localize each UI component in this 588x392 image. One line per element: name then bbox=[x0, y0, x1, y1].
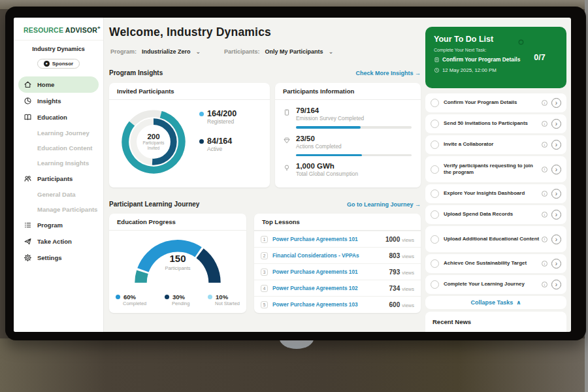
lesson-views: 734 bbox=[389, 285, 400, 292]
legend-value: 10% bbox=[216, 293, 228, 301]
task-row[interactable]: Complete Your Learning Journey i › bbox=[425, 275, 566, 294]
collapse-tasks-link[interactable]: Collapse Tasks ∧ bbox=[425, 296, 566, 309]
task-row[interactable]: Explore Your Insights Dashboard i › bbox=[425, 184, 566, 203]
sidebar-item-label: Learning Insights bbox=[37, 159, 89, 167]
sidebar-item-general-data[interactable]: General Data bbox=[14, 187, 103, 202]
task-info-icon[interactable]: i bbox=[542, 142, 547, 148]
task-chevron-button[interactable]: › bbox=[551, 98, 561, 108]
sidebar-item-participants[interactable]: Participants bbox=[14, 171, 103, 187]
gauge-center-label: Participants bbox=[127, 265, 228, 271]
bulb-icon bbox=[283, 164, 291, 172]
sidebar-item-settings[interactable]: Settings bbox=[14, 250, 103, 266]
task-checkbox[interactable] bbox=[431, 165, 439, 174]
go-to-learning-journey-link[interactable]: Go to Learning Journey → bbox=[347, 201, 421, 208]
card-title: Top Lessons bbox=[254, 214, 421, 231]
legend-value: 84/164 bbox=[207, 137, 232, 146]
chevron-down-icon[interactable]: ⌄ bbox=[329, 48, 334, 55]
task-checkbox[interactable] bbox=[431, 259, 439, 268]
invited-participants-card: Invited Participants 200 Participants In… bbox=[109, 83, 270, 188]
task-checkbox[interactable] bbox=[431, 235, 439, 244]
task-checkbox[interactable] bbox=[431, 280, 439, 289]
task-chevron-button[interactable]: › bbox=[551, 189, 561, 199]
sidebar-item-insights[interactable]: Insights bbox=[14, 93, 103, 109]
task-chevron-button[interactable]: › bbox=[551, 119, 561, 129]
task-chevron-button[interactable]: › bbox=[551, 165, 561, 174]
lesson-title-link[interactable]: Power Purchase Agreements 101 bbox=[272, 269, 358, 275]
sidebar-item-take-action[interactable]: Take Action bbox=[14, 233, 103, 250]
todo-next-task: Confirm Your Program Details bbox=[442, 56, 520, 63]
task-checkbox[interactable] bbox=[431, 189, 439, 198]
arrow-right-icon: → bbox=[415, 201, 421, 208]
program-filter-value[interactable]: Industrialize Zero bbox=[142, 48, 191, 55]
task-label: Send 50 Invitations to Participants bbox=[444, 120, 542, 127]
task-chevron-button[interactable]: › bbox=[551, 235, 561, 244]
task-info-icon[interactable]: i bbox=[542, 212, 547, 218]
sidebar-item-home[interactable]: Home bbox=[18, 76, 99, 93]
legend-dot bbox=[116, 295, 120, 299]
lesson-title-link[interactable]: Power Purchase Agreements 103 bbox=[272, 301, 358, 308]
task-chevron-button[interactable]: › bbox=[551, 140, 561, 150]
lesson-title-link[interactable]: Financial Considerations - VPPAs bbox=[272, 252, 359, 259]
task-info-icon[interactable]: i bbox=[542, 261, 547, 267]
sidebar-item-learning-journey[interactable]: Learning Journey bbox=[14, 125, 103, 140]
sponsor-icon: ● bbox=[44, 61, 50, 67]
task-label: Explore Your Insights Dashboard bbox=[444, 190, 542, 197]
task-checkbox[interactable] bbox=[431, 140, 439, 149]
progress-fill bbox=[296, 126, 361, 129]
task-row[interactable]: Upload Additional Educational Content i … bbox=[425, 226, 566, 252]
lesson-title-link[interactable]: Power Purchase Agreements 101 bbox=[272, 236, 358, 242]
task-checkbox[interactable] bbox=[431, 120, 439, 128]
sidebar-item-program[interactable]: Program bbox=[14, 217, 103, 233]
stat-value: 1,000 GWh bbox=[296, 162, 358, 170]
sidebar-item-education[interactable]: Education bbox=[14, 109, 103, 125]
participants-filter-value[interactable]: Only My Participants bbox=[265, 48, 323, 55]
participants-icon bbox=[24, 174, 32, 183]
task-checkbox[interactable] bbox=[431, 99, 439, 107]
arrow-right-icon: → bbox=[415, 70, 421, 76]
sidebar-item-learning-insights[interactable]: Learning Insights bbox=[14, 155, 103, 171]
sidebar-item-manage-participants[interactable]: Manage Participants bbox=[14, 202, 103, 217]
task-row[interactable]: Send 50 Invitations to Participants i › bbox=[425, 114, 566, 133]
task-chevron-button[interactable]: › bbox=[551, 259, 561, 269]
task-checkbox[interactable] bbox=[431, 210, 439, 219]
task-chevron-button[interactable]: › bbox=[551, 210, 561, 220]
sidebar-item-label: Settings bbox=[37, 254, 61, 261]
gear-icon bbox=[24, 253, 32, 262]
todo-due-date: 12 May 2025, 12:00 PM bbox=[442, 67, 497, 73]
gauge-center-value: 150 bbox=[127, 253, 228, 264]
task-info-icon[interactable]: i bbox=[542, 121, 547, 127]
task-row[interactable]: Achieve One Sustainability Target i › bbox=[425, 254, 566, 273]
task-row[interactable]: Verify participants requesting to join t… bbox=[425, 156, 566, 182]
todo-task-list: Confirm Your Program Details i › Send 50… bbox=[425, 93, 566, 309]
task-info-icon[interactable]: i bbox=[542, 237, 547, 242]
task-row[interactable]: Confirm Your Program Details i › bbox=[425, 93, 566, 112]
legend-registered: 164/200 Registered bbox=[199, 109, 237, 125]
sponsor-badge[interactable]: ● Sponsor bbox=[37, 59, 80, 69]
views-suffix: views bbox=[402, 286, 414, 292]
stat-emission-survey: 79/164 Emission Survey Completed bbox=[283, 106, 412, 122]
logo-plus: + bbox=[97, 25, 101, 31]
task-info-icon[interactable]: i bbox=[542, 191, 547, 197]
lesson-title-link[interactable]: Power Purchase Agreements 102 bbox=[272, 285, 358, 291]
check-more-insights-link[interactable]: Check More Insights → bbox=[355, 70, 421, 76]
sidebar-item-label: Insights bbox=[37, 97, 61, 105]
stat-value: 79/164 bbox=[296, 106, 364, 114]
sidebar-item-education-content[interactable]: Education Content bbox=[14, 140, 103, 155]
sidebar: RESOURCE ADVISOR+ Industry Dynamics ● Sp… bbox=[14, 18, 104, 332]
education-progress-card: Education Progress 150 Participants 60% … bbox=[109, 214, 246, 313]
task-info-icon[interactable]: i bbox=[542, 167, 547, 172]
task-info-icon[interactable]: i bbox=[542, 100, 547, 106]
sidebar-item-label: Home bbox=[37, 81, 54, 88]
task-label: Invite a Collaborator bbox=[444, 141, 542, 148]
task-row[interactable]: Invite a Collaborator i › bbox=[425, 135, 566, 154]
sidebar-item-label: Education bbox=[37, 114, 67, 121]
task-chevron-button[interactable]: › bbox=[551, 280, 561, 289]
legend-completed: 60% Completed bbox=[116, 293, 146, 306]
task-info-icon[interactable]: i bbox=[542, 282, 547, 287]
todo-progress-ring: 0/7 bbox=[518, 36, 561, 79]
task-row[interactable]: Upload Spend Data Records i › bbox=[425, 205, 566, 224]
progress-track bbox=[296, 154, 412, 157]
chevron-down-icon[interactable]: ⌄ bbox=[196, 48, 201, 55]
card-title: Participants Information bbox=[275, 83, 421, 100]
legend-label: Active bbox=[207, 146, 237, 152]
